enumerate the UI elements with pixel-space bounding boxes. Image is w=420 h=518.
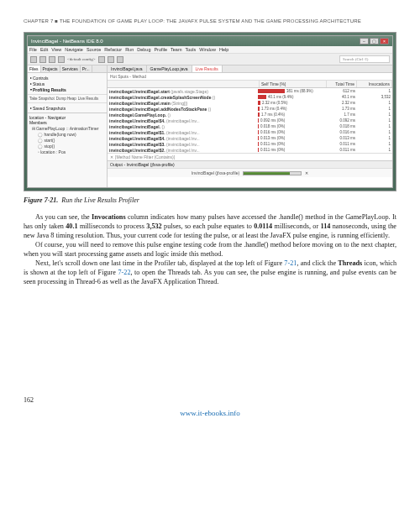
- tree-item-snapshots[interactable]: ▸Saved Snapshots: [29, 105, 105, 111]
- toolbar-icon[interactable]: [39, 56, 46, 63]
- tree-item[interactable]: ▸Status: [29, 81, 105, 86]
- tab-gameplayloop[interactable]: GamePlayLoop.java: [147, 65, 192, 72]
- dump-heap-button[interactable]: Dump Heap: [56, 97, 76, 101]
- menu-refactor[interactable]: Refactor: [104, 47, 122, 52]
- result-row[interactable]: invincibagel.InvinciBagel$4. (invincibag…: [108, 118, 392, 123]
- tab-live-results[interactable]: Live Results: [192, 65, 223, 72]
- figure-caption: Figure 7-21. Run the Live Results Profil…: [24, 196, 396, 204]
- toolbar-icon[interactable]: [30, 56, 37, 63]
- menu-team[interactable]: Team: [171, 47, 181, 52]
- menu-debug[interactable]: Debug: [137, 47, 150, 52]
- result-row[interactable]: invincibagel.InvinciBagel$1. (invincibag…: [108, 129, 392, 135]
- tab-profiler[interactable]: Pr...: [81, 65, 92, 72]
- result-row[interactable]: invincibagel.GamePlayLoop. ()1.7 ms (0.4…: [108, 112, 392, 118]
- menu-view[interactable]: View: [51, 47, 61, 52]
- minimize-button[interactable]: –: [360, 38, 369, 44]
- screenshot-figure: InvinciBagel - NetBeans IDE 8.0 – ▢ × Fi…: [24, 32, 396, 191]
- config-dropdown[interactable]: <default config>: [67, 57, 96, 61]
- menu-help[interactable]: Help: [219, 47, 228, 52]
- take-snapshot-button[interactable]: Take Snapshot: [29, 97, 55, 101]
- menu-navigate[interactable]: Navigate: [65, 47, 83, 52]
- live-results-button[interactable]: Live Results: [78, 97, 99, 101]
- body-text: As you can see, the Invocations column i…: [24, 212, 396, 287]
- nav-method-stop[interactable]: ◯ stop(): [31, 143, 105, 149]
- nav-method-start[interactable]: ◯ start(): [31, 137, 105, 143]
- tab-services[interactable]: Services: [60, 65, 81, 72]
- tab-projects[interactable]: Projects: [41, 65, 60, 72]
- result-row[interactable]: invincibagel.InvinciBagel.main (String[]…: [108, 100, 392, 106]
- toolbar-icon[interactable]: [49, 56, 55, 63]
- toolbar-icon[interactable]: [117, 56, 123, 63]
- result-row[interactable]: invincibagel.InvinciBagel.addNodesToStac…: [108, 106, 392, 112]
- output-title: Output - InvinciBagel (jfxsa-profile): [108, 161, 392, 169]
- nav-method-handle[interactable]: ◯ handle(long now): [31, 131, 105, 137]
- maximize-button[interactable]: ▢: [370, 38, 379, 44]
- window-title: InvinciBagel - NetBeans IDE 8.0: [31, 39, 103, 44]
- result-row[interactable]: invincibagel.InvinciBagel$3. (invincibag…: [108, 141, 392, 147]
- window-titlebar: InvinciBagel - NetBeans IDE 8.0 – ▢ ×: [28, 36, 392, 46]
- tree-item-profiling[interactable]: ▾Profiling Results: [29, 86, 105, 92]
- close-button[interactable]: ×: [380, 38, 389, 44]
- chapter-header: CHAPTER 7 ■ THE FOUNDATION OF GAME PLAY …: [24, 18, 396, 24]
- menu-profile[interactable]: Profile: [154, 47, 167, 52]
- menu-file[interactable]: File: [29, 47, 37, 52]
- filter-input[interactable]: ✕ [Method Name Filter (Contains)]: [108, 153, 392, 160]
- result-row[interactable]: invincibagel.InvinciBagel.createSplashSc…: [108, 94, 392, 100]
- menu-tools[interactable]: Tools: [186, 47, 197, 52]
- tab-invincibagel[interactable]: InvinciBagel.java: [108, 65, 147, 72]
- nav-field-location[interactable]: ▫ location : Pos: [31, 149, 105, 154]
- toolbar-icon[interactable]: [58, 56, 65, 63]
- menubar: File Edit View Navigate Source Refactor …: [28, 46, 392, 54]
- tab-files[interactable]: Files: [28, 65, 41, 72]
- status-text: InvinciBagel (jfxsa-profile): [192, 170, 239, 175]
- page-number: 162: [24, 396, 396, 404]
- result-row[interactable]: invincibagel.InvinciBagel. ()0.018 ms (0…: [108, 123, 392, 129]
- result-row[interactable]: invincibagel.InvinciBagel$4. (invincibag…: [108, 135, 392, 141]
- nav-class[interactable]: ⊟ GamePlayLoop :: AnimationTimer: [31, 125, 105, 131]
- menu-edit[interactable]: Edit: [40, 47, 48, 52]
- hotspots-label: Hot Spots - Method: [108, 73, 392, 81]
- result-row[interactable]: invincibagel.InvinciBagel$2. (invincibag…: [108, 147, 392, 153]
- toolbar-icon[interactable]: [108, 56, 114, 63]
- menu-run[interactable]: Run: [125, 47, 134, 52]
- cancel-icon[interactable]: ✕: [305, 170, 308, 175]
- column-headers: Self Time [%] Total Time Invocations: [108, 81, 392, 88]
- footer-link[interactable]: www.it-ebooks.info: [24, 409, 396, 417]
- menu-source[interactable]: Source: [87, 47, 101, 52]
- result-row[interactable]: invincibagel.InvinciBagel.start (javafx.…: [108, 88, 392, 94]
- progress-bar: [243, 171, 302, 175]
- menu-window[interactable]: Window: [199, 47, 216, 52]
- search-input[interactable]: Search (Ctrl+I): [339, 55, 390, 63]
- toolbar-icon[interactable]: [98, 56, 105, 63]
- tree-item[interactable]: ▸Controls: [29, 75, 105, 81]
- toolbar: <default config> Search (Ctrl+I): [28, 54, 392, 65]
